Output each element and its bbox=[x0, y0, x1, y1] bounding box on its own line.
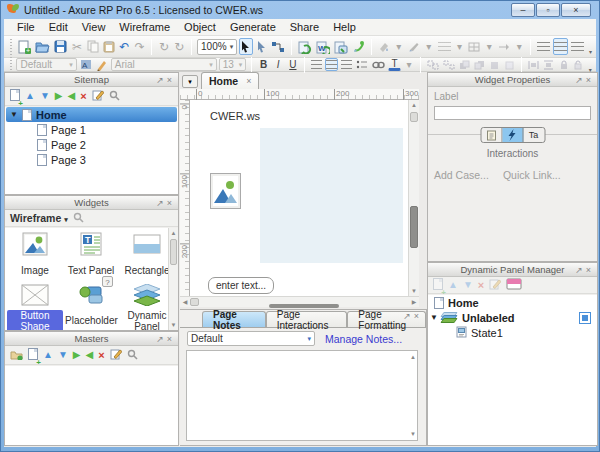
toolbar-overflow-button[interactable]: ▾ bbox=[587, 39, 594, 55]
distribute-v-button[interactable] bbox=[542, 58, 555, 71]
notes-splitter-handle[interactable] bbox=[269, 304, 339, 308]
menu-edit[interactable]: Edit bbox=[42, 20, 75, 34]
align-centers-button[interactable] bbox=[553, 38, 568, 55]
move-up-icon[interactable]: ▲ bbox=[43, 350, 53, 360]
popout-icon[interactable]: ↗ bbox=[575, 75, 586, 85]
scroll-left-icon[interactable]: ◀ bbox=[180, 297, 190, 307]
new-file-button[interactable]: + bbox=[16, 38, 32, 55]
insert-link-button[interactable] bbox=[371, 58, 386, 71]
generate-word-spec-button[interactable]: W bbox=[315, 38, 331, 55]
send-to-back-button[interactable] bbox=[473, 58, 486, 71]
sitemap-node-home[interactable]: ▼ Home bbox=[6, 107, 177, 122]
text-color-caret[interactable]: ▾ bbox=[403, 58, 416, 71]
collapse-icon[interactable]: ▼ bbox=[430, 313, 438, 322]
scroll-down-icon[interactable]: ▼ bbox=[410, 429, 416, 439]
tab-page-notes[interactable]: Page Notes bbox=[202, 311, 266, 327]
manage-notes-link[interactable]: Manage Notes... bbox=[325, 333, 402, 345]
scroll-up-icon[interactable]: ▲ bbox=[410, 352, 416, 362]
canvas-vscrollbar[interactable]: ▲ ▼ bbox=[408, 100, 419, 296]
notes-set-combo[interactable]: Default▾ bbox=[187, 331, 315, 346]
move-down-icon[interactable]: ▼ bbox=[463, 280, 473, 290]
move-up-icon[interactable]: ▲ bbox=[448, 280, 458, 290]
bring-to-front-button[interactable] bbox=[458, 58, 471, 71]
add-folder-icon[interactable] bbox=[10, 346, 23, 364]
add-page-icon[interactable]: + bbox=[10, 87, 20, 105]
border-caret[interactable]: ▾ bbox=[483, 40, 495, 53]
widget-rectangle[interactable]: Rectangle bbox=[119, 232, 175, 278]
align-text-left-button[interactable] bbox=[310, 58, 323, 71]
fill-color-dropdown[interactable] bbox=[377, 40, 391, 53]
close-icon[interactable]: × bbox=[586, 265, 594, 275]
menu-object[interactable]: Object bbox=[177, 20, 223, 34]
popout-icon[interactable]: ↗ bbox=[156, 198, 167, 208]
widget-style-combo[interactable]: Default▾ bbox=[16, 58, 76, 71]
select-contained-tool[interactable] bbox=[239, 38, 252, 55]
zoom-combo[interactable]: 100%▾ bbox=[197, 39, 237, 55]
sitemap-node-page3[interactable]: Page 3 bbox=[5, 152, 178, 167]
sync-check-in-button[interactable]: ↻ bbox=[157, 38, 170, 55]
maximize-button[interactable]: ▫ bbox=[536, 3, 560, 17]
indent-icon[interactable]: ▶ bbox=[73, 350, 81, 360]
dpm-node-home[interactable]: Home bbox=[428, 295, 597, 310]
generate-prototype-button[interactable] bbox=[297, 38, 313, 55]
sync-check-out-button[interactable]: ↻ bbox=[173, 38, 186, 55]
tab-close-icon[interactable]: × bbox=[246, 76, 251, 86]
italic-button[interactable]: I bbox=[272, 58, 285, 71]
widget-dynamic-panel[interactable]: Dynamic Panel bbox=[119, 284, 175, 330]
connector-tool[interactable] bbox=[270, 38, 286, 55]
arrow-style-dropdown[interactable] bbox=[497, 40, 511, 53]
close-icon[interactable]: × bbox=[167, 75, 175, 85]
popout-icon[interactable]: ↗ bbox=[403, 311, 414, 321]
scrollbar-thumb[interactable] bbox=[190, 298, 199, 306]
widgets-scrollbar[interactable]: ▲ ▼ bbox=[168, 228, 178, 330]
bring-forward-button[interactable] bbox=[488, 58, 501, 71]
canvas-image-widget[interactable] bbox=[210, 173, 241, 209]
border-visibility-dropdown[interactable] bbox=[467, 40, 481, 53]
search-icon[interactable] bbox=[109, 87, 120, 105]
scrollbar-thumb[interactable] bbox=[170, 239, 177, 265]
lock-button[interactable] bbox=[557, 58, 570, 71]
preview-button[interactable] bbox=[351, 38, 366, 55]
toggle-panel-visibility-icon[interactable] bbox=[506, 276, 522, 294]
paste-button[interactable] bbox=[102, 38, 116, 55]
popout-icon[interactable]: ↗ bbox=[575, 265, 586, 275]
align-text-right-button[interactable] bbox=[340, 58, 353, 71]
font-family-combo[interactable]: Arial▾ bbox=[111, 58, 217, 71]
scroll-down-icon[interactable]: ▼ bbox=[169, 320, 178, 330]
font-size-combo[interactable]: 13▾ bbox=[219, 58, 247, 71]
edit-master-icon[interactable] bbox=[110, 346, 122, 364]
edit-page-icon[interactable] bbox=[92, 87, 104, 105]
panel-visibility-checkbox[interactable] bbox=[579, 312, 591, 324]
collapse-icon[interactable]: ▼ bbox=[10, 110, 18, 119]
align-left-edges-button[interactable] bbox=[536, 38, 551, 55]
format-painter-icon[interactable] bbox=[95, 58, 109, 71]
tab-annotations[interactable] bbox=[481, 128, 502, 142]
align-text-center-button[interactable] bbox=[325, 58, 338, 71]
widget-image[interactable]: Image bbox=[7, 232, 63, 278]
scroll-up-icon[interactable]: ▲ bbox=[169, 228, 178, 238]
undo-button[interactable]: ↶ bbox=[118, 38, 131, 55]
toolbar-overflow-button[interactable]: ▾ bbox=[587, 57, 594, 73]
copy-button[interactable] bbox=[86, 38, 100, 55]
tab-home[interactable]: Home × bbox=[201, 72, 259, 89]
outdent-icon[interactable]: ◀ bbox=[68, 91, 76, 101]
sitemap-node-page2[interactable]: Page 2 bbox=[5, 137, 178, 152]
bold-button[interactable]: B bbox=[257, 58, 270, 71]
dpm-node-unlabeled[interactable]: ▼ Unlabeled bbox=[428, 310, 597, 325]
menu-help[interactable]: Help bbox=[326, 20, 363, 34]
line-color-dropdown[interactable] bbox=[407, 40, 421, 53]
save-button[interactable] bbox=[53, 38, 68, 55]
generate-more-button[interactable] bbox=[333, 38, 349, 55]
tab-formatting[interactable]: Ta bbox=[523, 128, 544, 142]
widget-text-panel[interactable]: T Text Panel bbox=[63, 232, 119, 278]
arrow-style-caret[interactable]: ▾ bbox=[513, 40, 525, 53]
ungroup-button[interactable] bbox=[442, 58, 456, 71]
line-width-caret[interactable]: ▾ bbox=[454, 40, 466, 53]
canvas-dynamic-panel-widget[interactable] bbox=[260, 128, 403, 263]
align-right-edges-button[interactable] bbox=[570, 38, 585, 55]
menu-view[interactable]: View bbox=[75, 20, 113, 34]
canvas-text-widget[interactable]: CWER.ws bbox=[210, 110, 260, 122]
canvas-button-widget[interactable]: enter text... bbox=[208, 277, 274, 294]
unlock-button[interactable] bbox=[572, 58, 585, 71]
widget-placeholder[interactable]: Button Shape bbox=[7, 284, 63, 330]
